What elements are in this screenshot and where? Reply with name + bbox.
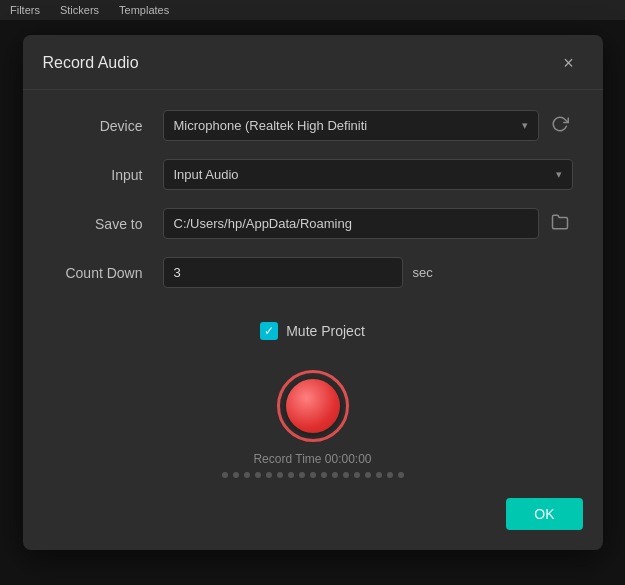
dialog-title: Record Audio xyxy=(43,54,139,72)
dot xyxy=(288,472,294,478)
dot xyxy=(365,472,371,478)
countdown-row: Count Down sec xyxy=(53,257,573,288)
record-button[interactable] xyxy=(277,370,349,442)
dot xyxy=(244,472,250,478)
mute-label: Mute Project xyxy=(286,323,365,339)
dots-row xyxy=(222,472,404,478)
dot xyxy=(376,472,382,478)
dot xyxy=(299,472,305,478)
device-row: Device Microphone (Realtek High Definiti… xyxy=(53,110,573,141)
mute-row: ✓ Mute Project xyxy=(23,322,603,340)
topbar-filters[interactable]: Filters xyxy=(10,4,40,16)
input-dropdown-icon: ▾ xyxy=(556,168,562,181)
sec-label: sec xyxy=(413,265,433,280)
countdown-label: Count Down xyxy=(53,265,163,281)
dot xyxy=(266,472,272,478)
dot xyxy=(354,472,360,478)
checkmark-icon: ✓ xyxy=(264,325,274,337)
device-label: Device xyxy=(53,118,163,134)
record-audio-dialog: Record Audio × Device Microphone (Realte… xyxy=(23,35,603,550)
dot xyxy=(321,472,327,478)
dialog-footer: OK xyxy=(23,488,603,530)
refresh-button[interactable] xyxy=(547,111,573,141)
dot xyxy=(387,472,393,478)
record-section: Record Time 00:00:00 xyxy=(23,360,603,488)
dot xyxy=(222,472,228,478)
saveto-field: C:/Users/hp/AppData/Roaming xyxy=(163,208,539,239)
mute-checkbox-wrapper[interactable]: ✓ Mute Project xyxy=(260,322,365,340)
saveto-label: Save to xyxy=(53,216,163,232)
folder-button[interactable] xyxy=(547,209,573,239)
dot xyxy=(255,472,261,478)
dot xyxy=(233,472,239,478)
input-label: Input xyxy=(53,167,163,183)
device-select[interactable]: Microphone (Realtek High Definiti ▾ xyxy=(163,110,539,141)
mute-checkbox[interactable]: ✓ xyxy=(260,322,278,340)
topbar-templates[interactable]: Templates xyxy=(119,4,169,16)
input-value: Input Audio xyxy=(174,167,239,182)
dialog-header: Record Audio × xyxy=(23,35,603,90)
saveto-value: C:/Users/hp/AppData/Roaming xyxy=(174,216,352,231)
countdown-controls: sec xyxy=(163,257,433,288)
folder-icon xyxy=(551,213,569,231)
dot xyxy=(398,472,404,478)
input-row: Input Input Audio ▾ xyxy=(53,159,573,190)
dot xyxy=(277,472,283,478)
refresh-icon xyxy=(551,115,569,133)
countdown-input[interactable] xyxy=(163,257,403,288)
dot xyxy=(332,472,338,478)
record-time: Record Time 00:00:00 xyxy=(253,452,371,466)
device-value: Microphone (Realtek High Definiti xyxy=(174,118,368,133)
top-bar: Filters Stickers Templates xyxy=(0,0,625,20)
form-body: Device Microphone (Realtek High Definiti… xyxy=(23,90,603,316)
device-dropdown-icon: ▾ xyxy=(522,119,528,132)
saveto-row: Save to C:/Users/hp/AppData/Roaming xyxy=(53,208,573,239)
input-select[interactable]: Input Audio ▾ xyxy=(163,159,573,190)
dot xyxy=(343,472,349,478)
dot xyxy=(310,472,316,478)
record-button-inner xyxy=(286,379,340,433)
topbar-stickers[interactable]: Stickers xyxy=(60,4,99,16)
ok-button[interactable]: OK xyxy=(506,498,582,530)
close-button[interactable]: × xyxy=(555,49,583,77)
